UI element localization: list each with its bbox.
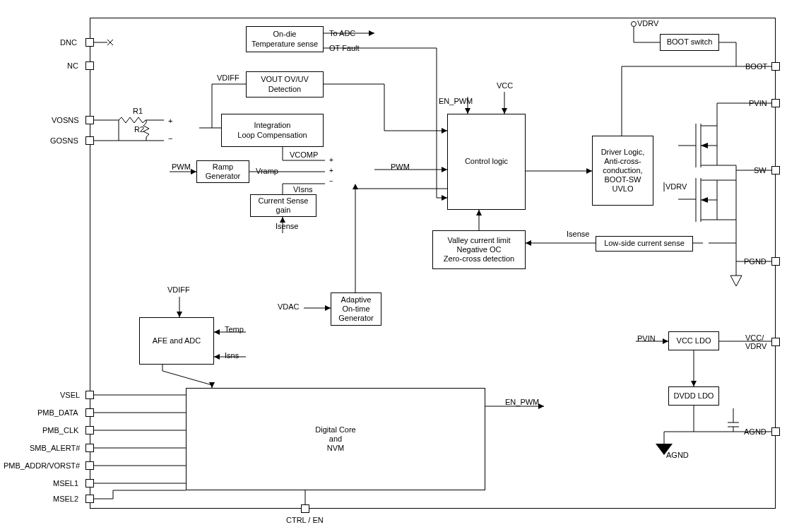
label-vdrv2: VDRV: [665, 182, 687, 191]
label-smb-alert: SMB_ALERT#: [30, 444, 80, 452]
label-pvin2: PVIN: [637, 334, 656, 343]
label-en-pwm2: EN_PWM: [505, 398, 539, 406]
block-vout-detect: VOUT OV/UV Detection: [246, 71, 324, 97]
label-pwm-out: PWM: [391, 162, 410, 171]
label-pwm-in: PWM: [172, 162, 191, 171]
pin-msel2: [85, 495, 94, 503]
pin-vcc-vdrv: [771, 338, 780, 346]
label-vdiff2: VDIFF: [167, 285, 190, 294]
block-vcc-ldo: VCC LDO: [668, 331, 719, 350]
label-vsel: VSEL: [60, 391, 80, 399]
pin-gosns: [85, 136, 94, 145]
pin-pmb-clk: [85, 426, 94, 435]
label-isense2: Isense: [567, 230, 589, 238]
label-vdrv-top: VDRV: [637, 19, 658, 28]
label-msel1: MSEL1: [53, 479, 78, 487]
pin-sw: [771, 166, 780, 175]
label-en-pwm: EN_PWM: [439, 97, 473, 105]
label-agnd: AGND: [744, 427, 767, 436]
block-driver-logic: Driver Logic, Anti-cross- conduction, BO…: [592, 136, 653, 206]
label-vdiff: VDIFF: [217, 73, 239, 82]
pin-pgnd: [771, 257, 780, 266]
block-ramp-gen: Ramp Generator: [196, 160, 249, 183]
pin-pmb-addr: [85, 461, 94, 470]
label-msel2: MSEL2: [53, 495, 78, 503]
label-vramp: Vramp: [256, 167, 278, 175]
pin-pmb-data: [85, 408, 94, 417]
label-pmb-clk: PMB_CLK: [42, 426, 78, 435]
label-sw: SW: [754, 166, 767, 175]
pin-dnc: [85, 38, 94, 47]
block-temp-sense: On-die Temperature sense: [246, 26, 324, 52]
label-pgnd: PGND: [744, 257, 767, 266]
label-vcomp: VCOMP: [290, 150, 318, 159]
label-vcc-vdrv: VCC/ VDRV: [745, 333, 767, 350]
diagram-canvas: DNC NC VOSNS GOSNS VSEL PMB_DATA PMB_CLK…: [0, 0, 799, 532]
block-cs-gain: Current Sense gain: [250, 194, 316, 217]
block-dvdd-ldo: DVDD LDO: [668, 386, 719, 406]
block-boot-switch: BOOT switch: [660, 34, 719, 51]
pin-boot: [771, 62, 780, 71]
block-control-logic: Control logic: [447, 114, 526, 210]
block-digital-core: Digital Core and NVM: [186, 388, 485, 490]
pin-nc: [85, 61, 94, 70]
label-nc: NC: [67, 61, 78, 70]
label-vosns: VOSNS: [52, 116, 79, 124]
pin-ctrl-en: [301, 504, 309, 513]
label-r1: R1: [133, 107, 143, 115]
label-pmb-addr: PMB_ADDR/VORST#: [4, 461, 80, 470]
label-gosns: GOSNS: [50, 136, 78, 145]
label-isense: Isense: [276, 222, 298, 230]
label-to-adc: To ADC: [329, 29, 355, 37]
pin-vdrv-top: [631, 21, 637, 27]
block-lowside-cs: Low-side current sense: [596, 236, 693, 252]
label-pvin: PVIN: [749, 99, 767, 107]
label-vcc: VCC: [497, 81, 513, 90]
label-ctrl-en: CTRL / EN: [286, 516, 324, 524]
pin-vsel: [85, 391, 94, 399]
label-agnd2: AGND: [666, 451, 689, 459]
label-temp: Temp: [225, 325, 244, 333]
block-afe-adc: AFE and ADC: [139, 317, 214, 365]
label-ot-fault: OT Fault: [329, 44, 360, 52]
pin-vosns: [85, 116, 94, 124]
block-adaptive: Adaptive On-time Generator: [331, 292, 381, 326]
pin-smb-alert: [85, 444, 94, 452]
pin-agnd: [771, 427, 780, 436]
label-r2: R2: [134, 125, 144, 134]
block-integration: Integration Loop Compensation: [221, 114, 324, 147]
label-pmb-data: PMB_DATA: [37, 408, 78, 417]
label-dnc: DNC: [60, 38, 77, 47]
block-valley: Valley current limit Negative OC Zero-cr…: [432, 230, 526, 269]
pin-pvin: [771, 99, 780, 107]
pin-msel1: [85, 479, 94, 487]
label-boot: BOOT: [745, 62, 767, 71]
label-isns: Isns: [225, 351, 239, 360]
label-vdac: VDAC: [278, 302, 300, 311]
label-visns: VIsns: [293, 185, 313, 194]
